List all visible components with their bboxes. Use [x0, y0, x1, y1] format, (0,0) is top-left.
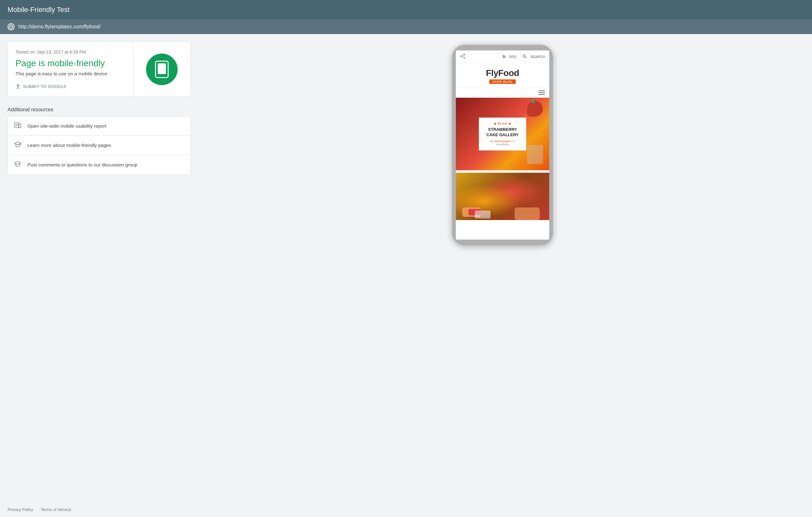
svg-point-18 [523, 55, 526, 57]
blog-category: BLOG [485, 122, 521, 125]
svg-point-13 [461, 56, 462, 57]
share-icon [460, 54, 465, 60]
learn-icon [14, 141, 21, 149]
phone-screen-area: RSS SEARCH FlyFood FOOD BLOG [456, 51, 549, 240]
terms-of-service-link[interactable]: Terms of Service [41, 507, 71, 512]
mobile-friendly-desc: This page is easy to use on a mobile dev… [16, 71, 125, 76]
site-logo-name: FlyFood [459, 68, 546, 78]
rss-icon [502, 55, 506, 59]
result-card: Tested on: Sep 23, 2017 at 6:39 PM Page … [7, 41, 191, 97]
mobile-friendly-title: Page is mobile-friendly [16, 58, 125, 68]
result-main: Tested on: Sep 23, 2017 at 6:39 PM Page … [8, 42, 134, 96]
url-bar: http://demo.flytemplates.com/flyfood/ [0, 20, 812, 34]
svg-rect-5 [158, 63, 166, 74]
site-logo-area: FlyFood FOOD BLOG [456, 63, 549, 88]
blog-card-1: BLOG STRAWBERRY CAKE GALLERY by FlyTempl… [456, 98, 549, 170]
search-label: SEARCH [530, 55, 545, 59]
additional-resources: Additional resources Open site-wide mobi… [7, 107, 191, 175]
phone-mockup: RSS SEARCH FlyFood FOOD BLOG [452, 45, 553, 245]
submit-label: SUBMIT TO GOOGLE [23, 84, 66, 89]
resources-list: Open site-wide mobile usability report L… [7, 116, 191, 175]
sushi-bg [456, 173, 549, 220]
blog-image-strawberry: BLOG STRAWBERRY CAKE GALLERY by FlyTempl… [456, 98, 549, 170]
result-icon-area [134, 42, 190, 96]
blog-overlay: BLOG STRAWBERRY CAKE GALLERY by FlyTempl… [479, 118, 526, 150]
mobile-friendly-icon [146, 54, 178, 85]
resource-item-discuss[interactable]: Post comments or questions to our discus… [8, 155, 190, 174]
svg-line-15 [462, 55, 464, 56]
resources-heading: Additional resources [7, 107, 191, 113]
app-title-bar: Mobile-Friendly Test [0, 0, 812, 20]
resource-item-report[interactable]: Open site-wide mobile usability report [8, 117, 190, 135]
svg-point-12 [464, 54, 465, 55]
main-content: Tested on: Sep 23, 2017 at 6:39 PM Page … [0, 34, 812, 253]
app-title: Mobile-Friendly Test [7, 6, 69, 13]
svg-line-16 [462, 56, 464, 57]
discuss-icon [14, 161, 21, 169]
svg-line-19 [526, 57, 526, 58]
resource-label-discuss: Post comments or questions to our discus… [27, 162, 138, 168]
tested-on-text: Tested on: Sep 23, 2017 at 6:39 PM [16, 50, 125, 55]
blog-card-2 [456, 173, 549, 220]
blog-post-title: STRAWBERRY CAKE GALLERY [485, 127, 521, 138]
resource-item-learn[interactable]: Learn more about mobile-friendly pages [8, 135, 190, 155]
privacy-policy-link[interactable]: Privacy Policy [7, 507, 33, 512]
report-icon [14, 122, 21, 129]
left-panel: Tested on: Sep 23, 2017 at 6:39 PM Page … [7, 41, 191, 245]
card-divider [456, 170, 549, 173]
resource-label-report: Open site-wide mobile usability report [27, 123, 106, 129]
submit-to-google-button[interactable]: SUBMIT TO GOOGLE [16, 84, 66, 89]
site-tagline: FOOD BLOG [489, 80, 516, 84]
blog-meta: by FlyTemplates / 0 comments [485, 140, 521, 146]
svg-rect-17 [502, 57, 503, 58]
svg-point-14 [464, 57, 465, 58]
resource-label-learn: Learn more about mobile-friendly pages [27, 143, 111, 148]
hamburger-menu[interactable] [539, 90, 545, 95]
footer: Privacy Policy Terms of Service [0, 502, 79, 517]
header-icons: RSS SEARCH [502, 55, 545, 59]
blog-image-sushi [456, 173, 549, 220]
search-icon [523, 55, 526, 59]
url-text: http://demo.flytemplates.com/flyfood/ [18, 24, 100, 30]
globe-icon [7, 23, 14, 30]
right-panel: RSS SEARCH FlyFood FOOD BLOG [201, 41, 805, 245]
site-header: RSS SEARCH [456, 51, 549, 63]
blog-author: FlyTemplates [494, 140, 511, 143]
rss-label: RSS [510, 55, 517, 59]
hamburger-row [456, 88, 549, 98]
